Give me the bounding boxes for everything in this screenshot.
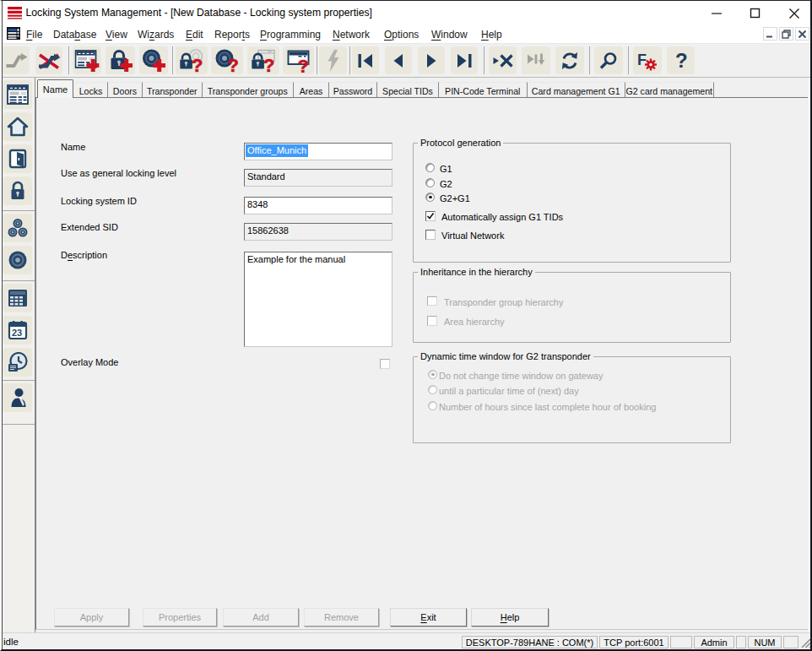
svg-text:23: 23: [12, 328, 22, 338]
svg-text:?: ?: [297, 55, 308, 73]
svg-text:?: ?: [675, 50, 688, 72]
svg-text:?: ?: [228, 55, 239, 73]
svg-text:?: ?: [263, 55, 274, 73]
svg-text:F: F: [637, 52, 647, 68]
svg-text:?: ?: [192, 55, 203, 73]
